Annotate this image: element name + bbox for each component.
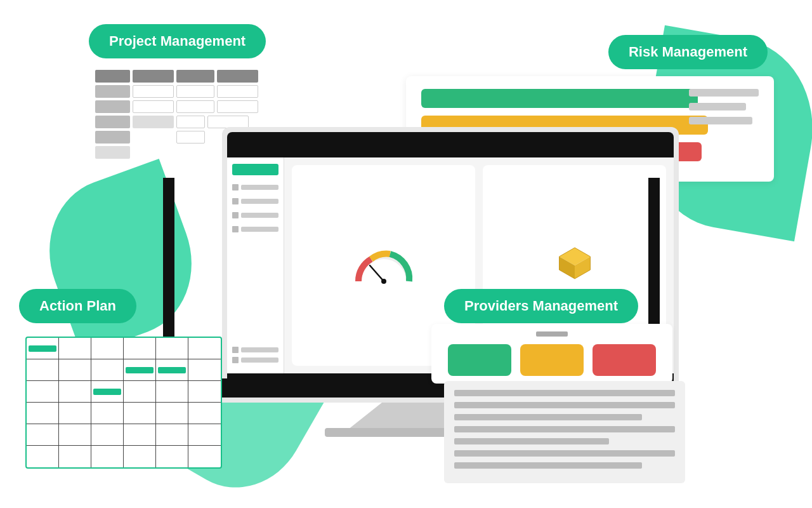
- ac-cell: [27, 424, 59, 446]
- ac-cell: [124, 424, 156, 446]
- provider-btn-green[interactable]: [448, 344, 511, 376]
- gauge-svg: [352, 246, 416, 284]
- sidebar-bottom: [232, 347, 278, 367]
- action-row-4: [27, 403, 221, 424]
- badge-providers-management: Providers Management: [444, 289, 638, 323]
- ac-cell: [124, 381, 156, 403]
- sidebar-label: [241, 213, 278, 218]
- sidebar-label: [241, 347, 278, 352]
- sidebar-icon: [232, 198, 239, 204]
- text-line: [454, 390, 675, 396]
- ac-cell: [59, 446, 91, 467]
- pm-cell: [95, 131, 130, 144]
- action-row-5: [27, 424, 221, 446]
- ac-cell: [156, 381, 188, 403]
- ac-cell: [188, 403, 221, 424]
- text-line: [454, 450, 675, 457]
- pm-cell: [176, 70, 214, 83]
- screen-topbar: [227, 132, 674, 157]
- pm-cell: [95, 116, 130, 128]
- sidebar-item: [232, 226, 278, 232]
- ac-cell: [188, 381, 221, 403]
- sidebar-label: [241, 199, 278, 204]
- provider-btn-yellow[interactable]: [520, 344, 584, 376]
- pm-cell: [176, 85, 214, 98]
- pm-cell: [95, 85, 130, 98]
- pm-cell: [133, 85, 174, 98]
- ac-cell: [27, 446, 59, 467]
- text-line: [454, 414, 642, 420]
- black-bar-bottom: [209, 378, 463, 398]
- action-row-3: [27, 381, 221, 403]
- ac-cell: [124, 359, 156, 381]
- ac-cell: [188, 446, 221, 467]
- badge-action-label: Action Plan: [39, 298, 116, 314]
- sidebar-icon: [232, 226, 239, 232]
- pm-cell: [217, 70, 258, 83]
- pm-header-row: [95, 70, 311, 83]
- sidebar-logo-bar: [232, 164, 278, 175]
- ac-cell: [59, 359, 91, 381]
- risk-line: [689, 103, 746, 110]
- ac-cell: [59, 424, 91, 446]
- ac-cell: [188, 338, 221, 359]
- ac-cell: [91, 424, 124, 446]
- risk-line: [689, 117, 752, 124]
- pm-data-row: [95, 116, 311, 128]
- svg-point-1: [381, 279, 386, 284]
- pm-data-row: [95, 100, 311, 113]
- sidebar-icon: [232, 184, 239, 190]
- action-plan-sheet: [25, 337, 222, 469]
- risk-line: [689, 89, 759, 97]
- ac-cell: [59, 381, 91, 403]
- ac-cell: [156, 424, 188, 446]
- svg-line-0: [370, 265, 384, 281]
- pm-cell: [217, 85, 258, 98]
- badge-providers-label: Providers Management: [464, 298, 618, 314]
- pm-cell: [176, 131, 205, 144]
- action-row-2: [27, 359, 221, 381]
- pm-cell: [176, 116, 205, 128]
- text-line: [454, 426, 675, 432]
- risk-side-lines: [689, 89, 759, 131]
- action-row-1: [27, 338, 221, 359]
- text-line: [454, 438, 609, 444]
- ac-cell: [156, 338, 188, 359]
- ac-cell: [156, 403, 188, 424]
- pm-cell: [95, 100, 130, 113]
- ac-cell: [27, 338, 59, 359]
- ac-cell: [27, 403, 59, 424]
- text-line: [454, 402, 675, 408]
- leaf-decoration-left: [28, 159, 213, 356]
- ac-cell: [124, 338, 156, 359]
- ac-cell: [27, 381, 59, 403]
- main-scene: Project Management Risk Management Actio…: [0, 0, 812, 508]
- ac-cell: [91, 403, 124, 424]
- ac-cell: [27, 359, 59, 381]
- ac-cell: [124, 446, 156, 467]
- ac-cell: [91, 359, 124, 381]
- ac-cell: [59, 403, 91, 424]
- sidebar-label: [241, 227, 278, 232]
- ac-cell: [91, 446, 124, 467]
- badge-project-label: Project Management: [109, 33, 246, 49]
- sidebar-item: [232, 212, 278, 218]
- ac-cell: [156, 359, 188, 381]
- sidebar-icon: [232, 357, 239, 363]
- pm-cell: [133, 70, 174, 83]
- providers-label-bar: [536, 331, 568, 337]
- ac-cell: [188, 424, 221, 446]
- sidebar-icon: [232, 212, 239, 218]
- pm-cell: [95, 146, 130, 159]
- ac-green-bar: [126, 367, 154, 373]
- sidebar-label: [241, 185, 278, 190]
- ac-cell: [156, 446, 188, 467]
- ac-cell: [59, 338, 91, 359]
- badge-risk-label: Risk Management: [629, 44, 747, 60]
- providers-management-panel: [431, 324, 672, 384]
- provider-btn-red[interactable]: [593, 344, 656, 376]
- risk-bar-green: [421, 89, 698, 108]
- sidebar-item: [232, 198, 278, 204]
- ac-green-bar: [93, 389, 121, 395]
- badge-action-plan: Action Plan: [19, 289, 136, 323]
